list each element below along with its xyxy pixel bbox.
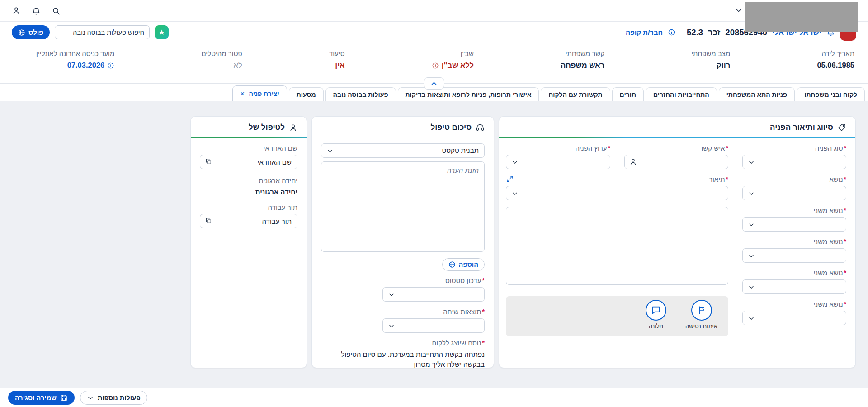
contact-person-input[interactable] — [624, 155, 728, 169]
member-bar: פולס ★ חבר/ת קופה 52.3 זכר 208562940 ישר… — [0, 22, 868, 43]
tag-icon — [837, 123, 846, 132]
card-title: סיווג ותיאור הפניה — [770, 123, 833, 132]
add-button-label: הוספה — [459, 261, 478, 268]
secondary-subject-select-2[interactable] — [742, 248, 846, 263]
expand-icon[interactable] — [506, 175, 514, 183]
description-field: *תיאור — [506, 175, 728, 200]
assignee-card: לטיפול של שם האחראי יחידה אר — [190, 116, 307, 368]
tab-commitments-refunds[interactable]: התחייבויות והחזרים — [646, 87, 717, 101]
status-update-select[interactable] — [382, 287, 485, 302]
chevron-down-icon — [748, 190, 755, 197]
tab-strip: לקוח ובני משפחתו פניות התא המשפחתי התחיי… — [0, 83, 868, 101]
client-text-field: *נוסח שיוצג ללקוח נפתחה בקשת התחייבות במ… — [321, 339, 485, 369]
info-marital-status: מצב משפחתי רווק — [691, 50, 730, 70]
secondary-subject-select-1[interactable] — [742, 217, 846, 232]
tab-customer-and-family[interactable]: לקוח ובני משפחתו — [797, 87, 865, 101]
tabs: לקוח ובני משפחתו פניות התא המשפחתי התחיי… — [232, 85, 865, 101]
note-textarea[interactable] — [321, 161, 485, 252]
classification-right-column: *סוג הפניה *נושא — [742, 144, 846, 336]
chevron-down-icon — [388, 291, 395, 298]
info-last-online-login: מועד כניסה אחרונה לאונליין 07.03.2026 — [36, 50, 114, 70]
secondary-subject-field: *נושא משני — [742, 238, 846, 263]
chevron-down-icon — [388, 322, 395, 330]
headset-icon — [476, 123, 485, 132]
info-icon[interactable] — [107, 62, 114, 69]
save-button-label: שמירה וסגירה — [15, 394, 57, 402]
chevron-up-icon — [430, 80, 438, 88]
info-supplementary-insurance: שב"ן ללא שב"ן — [432, 50, 474, 70]
info-icon[interactable] — [432, 62, 439, 69]
bell-icon[interactable] — [32, 6, 41, 15]
main-content: סיווג ותיאור הפניה *סוג הפניה — [0, 101, 868, 388]
responsible-name-input[interactable] — [200, 155, 297, 169]
chevron-down-icon — [87, 394, 94, 402]
tab-drug-approvals-doctor-results[interactable]: אישורי תרופות, פניות לרופא ותוצאות בדיקו… — [398, 87, 539, 101]
classification-left-region: *איש קשר *ערוץ הפניה — [506, 144, 728, 336]
responsible-name-field: שם האחראי — [200, 144, 297, 169]
info-levy-exemption: פטור מהיטלים לא — [201, 50, 242, 70]
card-title: סיכום טיפול — [430, 123, 472, 132]
chevron-down-icon — [748, 252, 755, 260]
request-actions-panel: איתות נטישה תלונה — [506, 296, 728, 336]
member-type-link[interactable]: חבר/ת קופה — [626, 28, 663, 36]
call-results-select[interactable] — [382, 318, 485, 333]
user-icon[interactable] — [12, 6, 21, 15]
add-note-button[interactable]: הוספה — [442, 258, 485, 271]
client-text: נפתחה בקשת התחייבות במערכת. עם סיום הטיפ… — [321, 350, 485, 369]
description-textarea[interactable] — [506, 207, 728, 285]
secondary-subject-field: *נושא משני — [742, 300, 846, 325]
chevron-down-icon — [511, 190, 519, 197]
star-icon[interactable]: ★ — [155, 25, 169, 39]
secondary-subject-select-3[interactable] — [742, 279, 846, 294]
subject-select[interactable] — [742, 186, 846, 200]
treatment-summary-card: סיכום טיפול תבנית טקסט הוספה — [311, 116, 494, 368]
call-results-field: *תוצאות שיחה — [321, 308, 485, 333]
chevron-down-icon — [748, 315, 755, 322]
text-template-select[interactable]: תבנית טקסט — [321, 143, 485, 158]
classification-card: סיווג ותיאור הפניה *סוג הפניה — [499, 116, 856, 368]
pulse-button[interactable]: פולס — [12, 25, 50, 39]
request-channel-select[interactable] — [506, 155, 610, 169]
tab-appointments[interactable]: תורים — [612, 87, 644, 101]
organizational-unit-field: יחידה ארגונית יחידה ארגונית — [200, 177, 297, 196]
save-and-close-button[interactable]: שמירה וסגירה — [8, 391, 75, 405]
search-icon[interactable] — [52, 6, 61, 15]
crm-page: פולס ★ חבר/ת קופה 52.3 זכר 208562940 ישר… — [0, 0, 868, 407]
more-actions-label: פעולות נוספות — [98, 394, 141, 402]
tab-family-unit-requests[interactable]: פניות התא המשפחתי — [719, 87, 795, 101]
tab-customer-communication[interactable]: תקשורת עם הלקוח — [541, 87, 610, 101]
person-icon — [289, 123, 297, 132]
complaint-button[interactable]: תלונה — [646, 300, 666, 330]
abandonment-signal-button[interactable]: איתות נטישה — [685, 300, 717, 330]
comment-exclamation-icon — [646, 300, 666, 321]
top-bar-icons — [12, 0, 61, 22]
organizational-unit-value: יחידה ארגונית — [200, 187, 297, 196]
chevron-down-icon — [326, 147, 334, 155]
work-queue-field: תור עבודה — [200, 204, 297, 228]
actions-search-input[interactable] — [55, 25, 150, 39]
globe-icon — [448, 261, 456, 268]
work-queue-input[interactable] — [200, 214, 297, 228]
close-icon[interactable]: ✕ — [240, 90, 245, 97]
member-age: 52.3 — [687, 28, 703, 38]
collapse-header-button[interactable] — [424, 77, 444, 90]
status-update-field: *עדכון סטטוס — [321, 277, 485, 302]
redaction-overlay — [745, 2, 858, 32]
card-title: לטיפול של — [249, 123, 285, 132]
chevron-down-icon[interactable] — [734, 6, 743, 15]
flag-icon — [691, 300, 712, 321]
footer-bar: שמירה וסגירה פעולות נוספות — [0, 388, 868, 407]
secondary-subject-select-4[interactable] — [742, 311, 846, 325]
request-channel-field: *ערוץ הפניה — [506, 144, 610, 169]
request-type-select[interactable] — [742, 155, 846, 169]
tab-journeys[interactable]: מסעות — [289, 87, 324, 101]
more-actions-button[interactable]: פעולות נוספות — [80, 391, 147, 405]
info-family-relation: קשר משפחתי ראש משפחה — [561, 50, 604, 70]
pulse-button-label: פולס — [28, 28, 43, 36]
globe-icon — [18, 29, 25, 36]
member-gender: זכר — [708, 28, 720, 38]
tab-create-request-active[interactable]: יצירת פניה ✕ — [232, 85, 287, 101]
tab-bossa-nova-actions[interactable]: פעולות בבוסה נובה — [326, 87, 396, 101]
description-select[interactable] — [506, 186, 728, 200]
info-icon[interactable] — [668, 28, 675, 36]
